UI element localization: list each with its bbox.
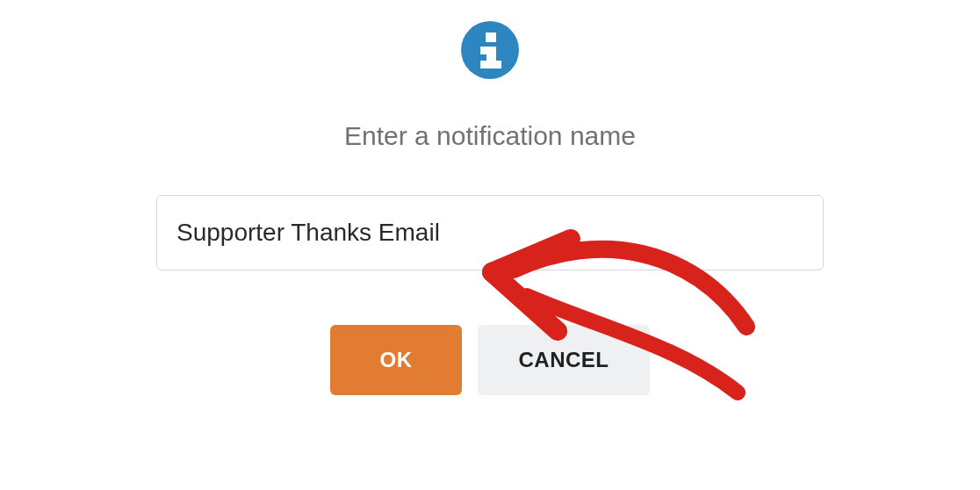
notification-name-input[interactable] — [156, 195, 824, 270]
svg-rect-0 — [486, 32, 496, 42]
cancel-button[interactable]: CANCEL — [478, 325, 650, 395]
ok-button[interactable]: OK — [330, 325, 462, 395]
notification-name-dialog: Enter a notification name OK CANCEL — [0, 0, 980, 395]
input-wrap — [156, 195, 824, 270]
svg-rect-3 — [480, 61, 501, 68]
button-row: OK CANCEL — [330, 325, 650, 395]
prompt-label: Enter a notification name — [344, 121, 636, 151]
svg-rect-2 — [486, 47, 496, 62]
info-icon — [461, 21, 519, 79]
